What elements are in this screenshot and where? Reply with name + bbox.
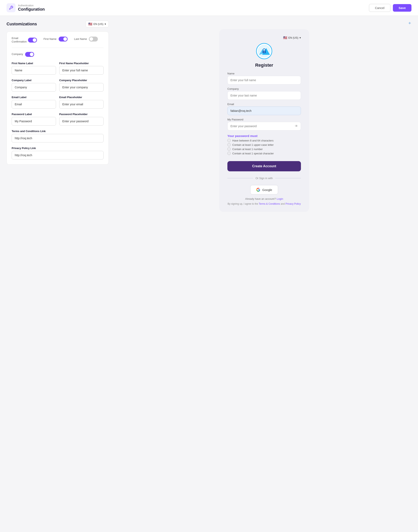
- password-rule-2: ○ Contain at least 1 upper-case letter: [227, 143, 301, 146]
- eye-icon[interactable]: 👁: [295, 124, 298, 128]
- or-signin-line-left: [227, 178, 253, 178]
- create-account-button[interactable]: Create Account: [227, 161, 301, 171]
- toggle-label-email-confirmation: Email Confirmation: [12, 36, 26, 44]
- password-placeholder-input[interactable]: [59, 117, 104, 126]
- company-label-input[interactable]: [12, 83, 56, 92]
- preview-name-field: Name: [227, 72, 301, 85]
- header-icon: [7, 3, 15, 12]
- lang-selector-left[interactable]: 🇺🇸 EN (US) ▾: [86, 21, 109, 27]
- flag-icon-preview: 🇺🇸: [283, 36, 287, 40]
- lang-label-left: EN (US): [93, 23, 103, 25]
- svg-point-5: [264, 51, 265, 52]
- header-title-wrap: Authentication Configuration: [18, 4, 45, 12]
- or-signin-label: Or Sign in with: [255, 177, 273, 180]
- preview-company-field: Company: [227, 87, 301, 100]
- google-label: Google: [262, 188, 272, 192]
- company-placeholder-label: Company Placeholder: [59, 79, 104, 82]
- field-row-name: First Name Label First Name Placeholder: [12, 62, 104, 75]
- sun-icon[interactable]: ✦: [408, 21, 411, 26]
- preview-password-label: My Password: [227, 118, 301, 121]
- preview-form: Name Company Email My Password: [227, 72, 301, 194]
- email-placeholder-label: Email Placeholder: [59, 96, 104, 99]
- preview-password-input[interactable]: [227, 122, 301, 131]
- google-signin-button[interactable]: Google: [250, 185, 278, 194]
- password-rule-3: ○ Contain at least 1 number: [227, 147, 301, 151]
- toggle-item-last-name: Last Name: [74, 36, 98, 41]
- preview-card: 🇺🇸 EN (US) ▾ Register: [219, 29, 309, 212]
- main-layout: Customizations 🇺🇸 EN (US) ▾ Email Confir…: [0, 16, 418, 217]
- customizations-box: Email Confirmation First Name Last Name: [7, 32, 109, 165]
- cancel-button[interactable]: Cancel: [369, 4, 390, 12]
- company-label-label: Company Label: [12, 79, 56, 82]
- toggle-last-name[interactable]: [89, 36, 98, 41]
- login-link[interactable]: Login: [277, 197, 283, 200]
- field-group-email-placeholder: Email Placeholder: [59, 96, 104, 109]
- toggle-label-company: Company: [12, 53, 23, 56]
- second-toggles-row: Company: [12, 52, 104, 57]
- header-subtitle: Authentication: [18, 4, 45, 7]
- left-panel: Customizations 🇺🇸 EN (US) ▾ Email Confir…: [7, 21, 109, 212]
- rule-text-4: Contain at least 1 special character: [232, 152, 274, 155]
- password-label-label: Password Label: [12, 113, 56, 116]
- preview-password-field: My Password 👁: [227, 118, 301, 131]
- privacy-policy-link[interactable]: Privacy Policy: [285, 202, 301, 205]
- preview-email-input[interactable]: [227, 107, 301, 115]
- preview-company-input[interactable]: [227, 91, 301, 100]
- field-group-company-placeholder: Company Placeholder: [59, 79, 104, 92]
- privacy-label: Privacy Policy Link: [12, 147, 104, 150]
- email-placeholder-input[interactable]: [59, 100, 104, 109]
- field-group-first-name-placeholder: First Name Placeholder: [59, 62, 104, 75]
- first-name-label-input[interactable]: [12, 66, 56, 75]
- preview-name-label: Name: [227, 72, 301, 75]
- rule-icon-3: ○: [227, 147, 231, 151]
- preview-email-field: Email: [227, 103, 301, 115]
- toggle-email-confirmation[interactable]: [28, 38, 37, 43]
- preview-lang-selector[interactable]: 🇺🇸 EN (US) ▾: [283, 36, 301, 40]
- password-rules-title: Your password must: [227, 134, 301, 138]
- wrench-icon: [9, 6, 13, 10]
- password-placeholder-label: Password Placeholder: [59, 113, 104, 116]
- app-logo: [256, 43, 272, 59]
- google-icon: [256, 188, 260, 192]
- fields-grid: First Name Label First Name Placeholder …: [12, 62, 104, 159]
- save-button[interactable]: Save: [393, 4, 411, 12]
- field-group-company-label: Company Label: [12, 79, 56, 92]
- terms-input[interactable]: [12, 134, 104, 143]
- rule-text-3: Contain at least 1 number: [232, 148, 263, 151]
- preview-name-input[interactable]: [227, 76, 301, 85]
- field-row-company: Company Label Company Placeholder: [12, 79, 104, 92]
- chevron-down-icon-left: ▾: [104, 23, 106, 25]
- header-left: Authentication Configuration: [7, 3, 45, 12]
- privacy-input[interactable]: [12, 151, 104, 159]
- toggle-first-name[interactable]: [59, 36, 68, 41]
- preview-email-label: Email: [227, 103, 301, 106]
- rule-icon-4: ○: [227, 152, 231, 155]
- and-text: and: [281, 202, 285, 205]
- first-name-placeholder-input[interactable]: [59, 66, 104, 75]
- first-name-label-label: First Name Label: [12, 62, 56, 65]
- rule-icon-2: ○: [227, 143, 231, 146]
- field-group-privacy: Privacy Policy Link: [12, 147, 104, 159]
- field-group-first-name-label: First Name Label: [12, 62, 56, 75]
- field-row-email: Email Label Email Placeholder: [12, 96, 104, 109]
- rule-text-1: Have between 8 and 64 characters: [232, 139, 274, 142]
- terms-conditions-link[interactable]: Terms & Conditions: [259, 202, 280, 205]
- right-panel-header: ✦: [117, 21, 411, 26]
- preview-password-wrap: 👁: [227, 122, 301, 131]
- section-header: Customizations 🇺🇸 EN (US) ▾: [7, 21, 109, 27]
- field-row-privacy: Privacy Policy Link: [12, 147, 104, 159]
- company-placeholder-input[interactable]: [59, 83, 104, 92]
- toggle-item-email-confirmation: Email Confirmation: [12, 36, 37, 44]
- field-group-terms: Terms and Conditions Link: [12, 130, 104, 143]
- email-label-input[interactable]: [12, 100, 56, 109]
- section-title: Customizations: [7, 22, 37, 26]
- already-account-text: Already have an account?: [245, 197, 276, 200]
- toggle-company[interactable]: [25, 52, 34, 57]
- field-row-terms: Terms and Conditions Link: [12, 130, 104, 143]
- password-rules-section: Your password must ○ Have between 8 and …: [227, 133, 301, 157]
- rule-icon-1: ○: [227, 139, 231, 142]
- field-row-password: Password Label Password Placeholder: [12, 113, 104, 126]
- password-label-input[interactable]: [12, 117, 56, 126]
- first-name-placeholder-label: First Name Placeholder: [59, 62, 104, 65]
- field-group-email-label: Email Label: [12, 96, 56, 109]
